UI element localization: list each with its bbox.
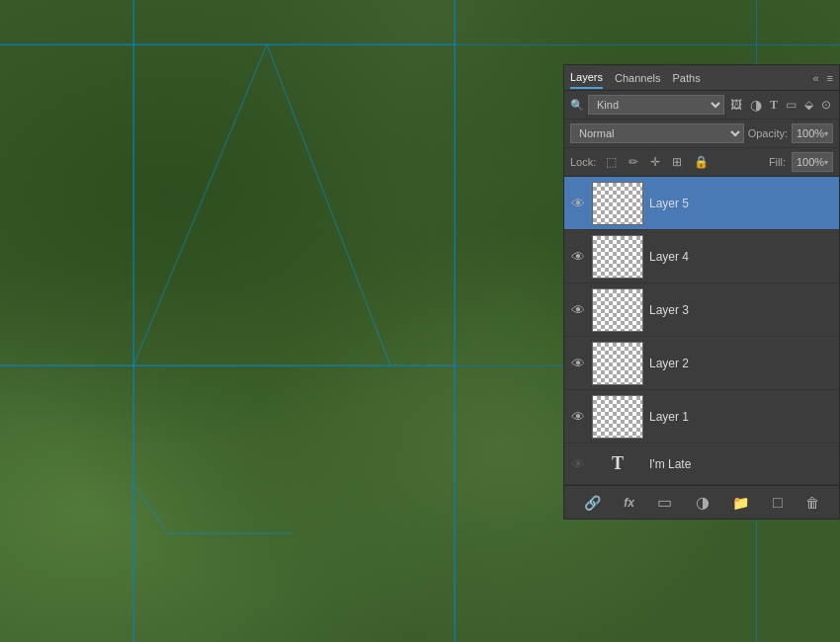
layer-5-visibility-icon[interactable]: 👁	[570, 196, 586, 211]
lock-all-btn[interactable]: 🔒	[690, 153, 713, 171]
layer-3-name: Layer 3	[649, 303, 833, 317]
layers-list: 👁 Layer 5 👁 Layer 4 👁 Layer 3 👁	[564, 177, 839, 485]
panel-tabs-right: « ≡	[812, 72, 833, 84]
layer-item-4[interactable]: 👁 Layer 4	[564, 230, 839, 283]
blend-mode-row: Normal Dissolve Multiply Screen Overlay …	[564, 120, 839, 148]
layer-3-thumbnail	[592, 288, 643, 332]
panel-footer: 🔗 fx ▭ ◑ 📁 □ 🗑	[564, 485, 839, 519]
guide-line-v1	[133, 0, 134, 642]
filter-type-icon[interactable]: T	[768, 98, 780, 113]
layer-item-text[interactable]: 👁 T I'm Late	[564, 443, 839, 485]
filter-pixel-icon[interactable]: 🖼	[728, 98, 744, 112]
tab-paths[interactable]: Paths	[673, 68, 701, 88]
panel-menu-icon[interactable]: ≡	[827, 72, 833, 84]
lock-icons: ⬚ ✏ ✛ ⊞ 🔒	[602, 153, 763, 171]
filter-pin-icon[interactable]: ⊙	[819, 98, 833, 112]
link-layers-btn[interactable]: 🔗	[580, 493, 605, 513]
layer-1-thumbnail	[592, 395, 643, 439]
new-layer-btn[interactable]: □	[769, 492, 787, 514]
layer-item-5[interactable]: 👁 Layer 5	[564, 177, 839, 230]
opacity-label: Opacity:	[748, 127, 788, 139]
layer-mask-btn[interactable]: ▭	[653, 491, 676, 514]
lock-artboard-btn[interactable]: ⊞	[668, 153, 686, 171]
lock-position-btn[interactable]: ✛	[646, 153, 664, 171]
lock-pixels-btn[interactable]: ⬚	[602, 153, 621, 171]
filter-search-icon: 🔍	[570, 99, 584, 112]
text-layer-visibility-icon[interactable]: 👁	[570, 456, 586, 472]
layer-4-name: Layer 4	[649, 250, 833, 264]
layer-2-thumbnail	[592, 342, 643, 385]
group-layers-btn[interactable]: 📁	[728, 493, 753, 513]
fill-value[interactable]: 100% ▾	[792, 152, 833, 172]
layers-panel: Layers Channels Paths « ≡ 🔍 Kind Name Ef…	[563, 64, 840, 520]
layer-item-2[interactable]: 👁 Layer 2	[564, 337, 839, 390]
delete-layer-btn[interactable]: 🗑	[801, 493, 823, 513]
layer-4-visibility-icon[interactable]: 👁	[570, 249, 586, 265]
lock-label: Lock:	[570, 156, 596, 168]
svg-line-7	[133, 484, 168, 533]
layer-1-visibility-icon[interactable]: 👁	[570, 409, 586, 425]
layer-item-3[interactable]: 👁 Layer 3	[564, 283, 839, 337]
adjustment-layer-btn[interactable]: ◑	[692, 491, 714, 514]
layer-5-thumbnail	[592, 182, 643, 225]
lock-row: Lock: ⬚ ✏ ✛ ⊞ 🔒 Fill: 100% ▾	[564, 148, 839, 177]
panel-tabs-header: Layers Channels Paths « ≡	[564, 65, 839, 91]
layer-5-name: Layer 5	[649, 197, 833, 210]
opacity-value[interactable]: 100% ▾	[792, 123, 833, 143]
fill-label: Fill:	[769, 156, 786, 168]
layer-item-1[interactable]: 👁 Layer 1	[564, 390, 839, 443]
layer-4-thumbnail	[592, 235, 643, 279]
text-layer-type-icon: T	[592, 453, 643, 474]
tab-channels[interactable]: Channels	[615, 68, 660, 88]
svg-line-5	[267, 44, 390, 365]
filter-icons-right: 🖼 ◑ T ▭ ⬙ ⊙	[728, 97, 833, 113]
filter-shape-icon[interactable]: ▭	[784, 98, 798, 112]
filter-row: 🔍 Kind Name Effect Mode Attribute Color …	[564, 91, 839, 120]
panel-tabs-left: Layers Channels Paths	[570, 67, 701, 89]
layer-2-visibility-icon[interactable]: 👁	[570, 356, 586, 371]
guide-line-h1	[0, 44, 840, 45]
guide-line-v2	[455, 0, 456, 642]
filter-kind-select[interactable]: Kind Name Effect Mode Attribute Color	[588, 95, 724, 115]
lock-image-btn[interactable]: ✏	[625, 153, 642, 171]
collapse-icon[interactable]: «	[812, 72, 818, 84]
svg-line-4	[133, 44, 267, 365]
layer-2-name: Layer 2	[649, 357, 833, 370]
filter-adjustment-icon[interactable]: ◑	[748, 97, 764, 113]
layer-effects-btn[interactable]: fx	[620, 494, 638, 512]
blend-mode-select[interactable]: Normal Dissolve Multiply Screen Overlay	[570, 123, 744, 143]
layer-3-visibility-icon[interactable]: 👁	[570, 302, 586, 318]
tab-layers[interactable]: Layers	[570, 67, 603, 89]
filter-smartobj-icon[interactable]: ⬙	[802, 98, 815, 112]
text-layer-name: I'm Late	[649, 457, 833, 471]
layer-1-name: Layer 1	[649, 410, 833, 424]
opacity-dropdown-arrow: ▾	[824, 129, 828, 138]
fill-dropdown-arrow: ▾	[824, 158, 828, 167]
